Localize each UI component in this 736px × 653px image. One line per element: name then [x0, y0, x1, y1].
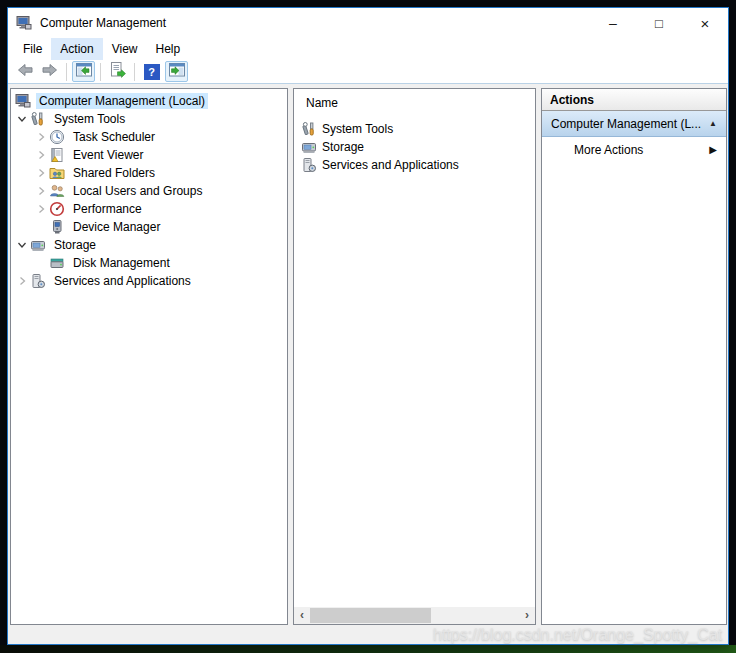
list-item-services-and-applications[interactable]: Services and Applications — [294, 156, 535, 174]
collapse-group-icon[interactable]: ▲ — [709, 119, 717, 128]
back-button[interactable] — [13, 61, 36, 82]
chevron-right-icon[interactable] — [33, 147, 49, 163]
tree-item-label: Disk Management — [70, 255, 173, 271]
help-icon: ? — [144, 64, 160, 80]
list-item-system-tools[interactable]: System Tools — [294, 120, 535, 138]
export-list-icon — [109, 61, 127, 83]
show-hide-console-tree-button[interactable] — [72, 61, 95, 82]
chevron-down-icon[interactable] — [14, 111, 30, 127]
column-header-name[interactable]: Name — [294, 89, 535, 120]
window-title: Computer Management — [40, 16, 166, 30]
menu-file[interactable]: File — [14, 38, 51, 60]
system-tools-icon — [30, 111, 46, 127]
console-content: Computer Management (Local) System Tools — [8, 84, 728, 644]
device-manager-icon — [49, 219, 65, 235]
scrollbar-thumb[interactable] — [310, 608, 431, 623]
list-item-label: Storage — [322, 140, 364, 154]
console-tree-pane: Computer Management (Local) System Tools — [10, 88, 288, 625]
list-item-storage[interactable]: Storage — [294, 138, 535, 156]
toolbar-separator — [100, 63, 101, 81]
maximize-button[interactable]: □ — [636, 8, 682, 38]
actions-pane: Actions Computer Management (L... ▲ More… — [541, 88, 727, 625]
local-users-and-groups-icon — [49, 183, 65, 199]
menu-action[interactable]: Action — [51, 38, 102, 60]
tree-item-label: Shared Folders — [70, 165, 158, 181]
chevron-right-icon[interactable] — [33, 183, 49, 199]
tree-item-label: Event Viewer — [70, 147, 146, 163]
event-viewer-icon — [49, 147, 65, 163]
tree-item-computer-management-local[interactable]: Computer Management (Local) — [11, 92, 287, 110]
chevron-right-icon[interactable] — [33, 129, 49, 145]
expander-spacer — [33, 255, 49, 271]
help-button[interactable]: ? — [140, 61, 163, 82]
forward-button[interactable] — [38, 61, 61, 82]
tree-item-label: Local Users and Groups — [70, 183, 205, 199]
tree-item-label: Storage — [51, 237, 99, 253]
performance-icon — [49, 201, 65, 217]
shared-folders-icon — [49, 165, 65, 181]
tree-item-device-manager[interactable]: Device Manager — [11, 218, 287, 236]
back-icon — [16, 61, 34, 83]
menu-help[interactable]: Help — [147, 38, 190, 60]
window-controls: – □ × — [590, 8, 728, 38]
toolbar-separator — [134, 63, 135, 81]
submenu-arrow-icon: ▶ — [709, 144, 717, 155]
toolbar: ? — [8, 60, 728, 84]
task-scheduler-icon — [49, 129, 65, 145]
tree-item-system-tools[interactable]: System Tools — [11, 110, 287, 128]
services-and-applications-icon — [30, 273, 46, 289]
tree-item-label: Task Scheduler — [70, 129, 158, 145]
disk-management-icon — [49, 255, 65, 271]
tree-item-storage[interactable]: Storage — [11, 236, 287, 254]
tree-item-local-users-and-groups[interactable]: Local Users and Groups — [11, 182, 287, 200]
menu-view[interactable]: View — [103, 38, 147, 60]
list-item-label: Services and Applications — [322, 158, 459, 172]
chevron-right-icon[interactable] — [14, 273, 30, 289]
tree-item-task-scheduler[interactable]: Task Scheduler — [11, 128, 287, 146]
minimize-button[interactable]: – — [590, 8, 636, 38]
storage-icon — [301, 139, 317, 155]
actions-pane-header: Actions — [542, 89, 726, 111]
scroll-right-icon[interactable]: › — [519, 607, 535, 624]
expander-spacer — [33, 219, 49, 235]
services-and-applications-icon — [301, 157, 317, 173]
scrollbar-track[interactable] — [310, 607, 519, 624]
tree-item-label: Computer Management (Local) — [36, 93, 208, 109]
chevron-down-icon[interactable] — [14, 237, 30, 253]
list-item-label: System Tools — [322, 122, 393, 136]
scroll-left-icon[interactable]: ‹ — [294, 607, 310, 624]
actions-group-computer-management[interactable]: Computer Management (L... ▲ — [542, 111, 726, 137]
more-actions-label: More Actions — [574, 143, 709, 157]
computer-icon — [15, 93, 31, 109]
chevron-right-icon[interactable] — [33, 201, 49, 217]
computer-management-app-icon — [16, 15, 32, 31]
menubar: File Action View Help — [8, 38, 728, 60]
tree-item-event-viewer[interactable]: Event Viewer — [11, 146, 287, 164]
tree-item-label: Performance — [70, 201, 145, 217]
show-hide-action-pane-icon — [168, 61, 186, 83]
close-button[interactable]: × — [682, 8, 728, 38]
tree-item-services-and-applications[interactable]: Services and Applications — [11, 272, 287, 290]
desktop-wallpaper-strip — [0, 645, 736, 653]
more-actions-item[interactable]: More Actions ▶ — [542, 137, 726, 162]
show-hide-console-tree-icon — [75, 61, 93, 83]
titlebar[interactable]: Computer Management – □ × — [8, 8, 728, 38]
actions-group-title: Computer Management (L... — [551, 117, 709, 131]
desktop: Computer Management – □ × File Action Vi… — [0, 0, 736, 653]
tree-item-label: System Tools — [51, 111, 128, 127]
system-tools-icon — [301, 121, 317, 137]
tree-item-label: Services and Applications — [51, 273, 194, 289]
storage-icon — [30, 237, 46, 253]
tree-item-label: Device Manager — [70, 219, 163, 235]
export-list-button[interactable] — [106, 61, 129, 82]
show-hide-action-pane-button[interactable] — [165, 61, 188, 82]
horizontal-scrollbar[interactable]: ‹ › — [294, 607, 535, 624]
tree-item-performance[interactable]: Performance — [11, 200, 287, 218]
watermark: https://blog.csdn.net/Orange_Spotty_Cat — [433, 626, 722, 644]
computer-management-window: Computer Management – □ × File Action Vi… — [7, 7, 729, 645]
list-pane: Name System Tools Storage — [293, 88, 536, 625]
toolbar-separator — [66, 63, 67, 81]
tree-item-shared-folders[interactable]: Shared Folders — [11, 164, 287, 182]
tree-item-disk-management[interactable]: Disk Management — [11, 254, 287, 272]
chevron-right-icon[interactable] — [33, 165, 49, 181]
